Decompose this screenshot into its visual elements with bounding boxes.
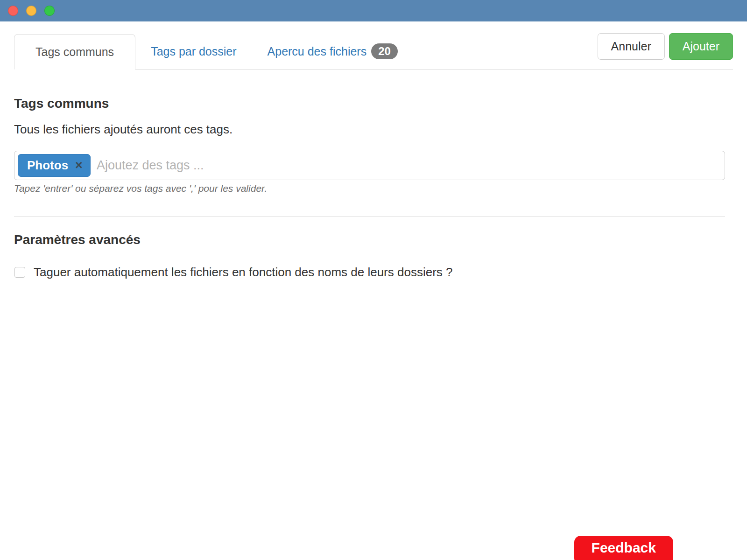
tag-label: Photos <box>27 158 68 173</box>
minimize-window-icon[interactable] <box>26 6 36 16</box>
tags-helper-text: Tapez 'entrer' ou séparez vos tags avec … <box>14 183 725 194</box>
tab-tags-par-dossier[interactable]: Tags par dossier <box>135 34 252 69</box>
header-actions: Annuler Ajouter <box>598 33 733 60</box>
feedback-button[interactable]: Feedback <box>574 536 673 560</box>
tab-label: Apercu des fichiers <box>268 45 367 58</box>
tags-input-container[interactable]: Photos × <box>14 151 725 180</box>
tag-remove-icon[interactable]: × <box>75 159 83 172</box>
tab-bar: Tags communs Tags par dossier Apercu des… <box>14 21 733 70</box>
auto-tag-option-row: Taguer automatiquement les fichiers en f… <box>14 265 725 280</box>
tags-input[interactable] <box>97 158 721 173</box>
close-window-icon[interactable] <box>8 6 18 16</box>
cancel-button[interactable]: Annuler <box>598 33 665 60</box>
advanced-settings-heading: Paramètres avancés <box>14 232 725 247</box>
tab-label: Tags communs <box>35 45 114 59</box>
window-titlebar <box>0 0 747 21</box>
common-tags-heading: Tags communs <box>14 96 725 111</box>
auto-tag-checkbox[interactable] <box>14 267 25 278</box>
tag-pill-photos: Photos × <box>18 154 91 177</box>
file-count-badge: 20 <box>371 43 398 59</box>
main-content: Tags communs Tous les fichiers ajoutés a… <box>14 96 725 280</box>
auto-tag-checkbox-label[interactable]: Taguer automatiquement les fichiers en f… <box>34 265 452 280</box>
tab-apercu-des-fichiers[interactable]: Apercu des fichiers 20 <box>252 34 413 69</box>
traffic-lights <box>8 6 55 16</box>
tab-label: Tags par dossier <box>151 45 236 58</box>
common-tags-description: Tous les fichiers ajoutés auront ces tag… <box>14 122 725 137</box>
section-divider <box>14 216 725 217</box>
zoom-window-icon[interactable] <box>44 6 55 16</box>
add-button[interactable]: Ajouter <box>669 33 733 60</box>
tab-tags-communs[interactable]: Tags communs <box>14 34 135 70</box>
